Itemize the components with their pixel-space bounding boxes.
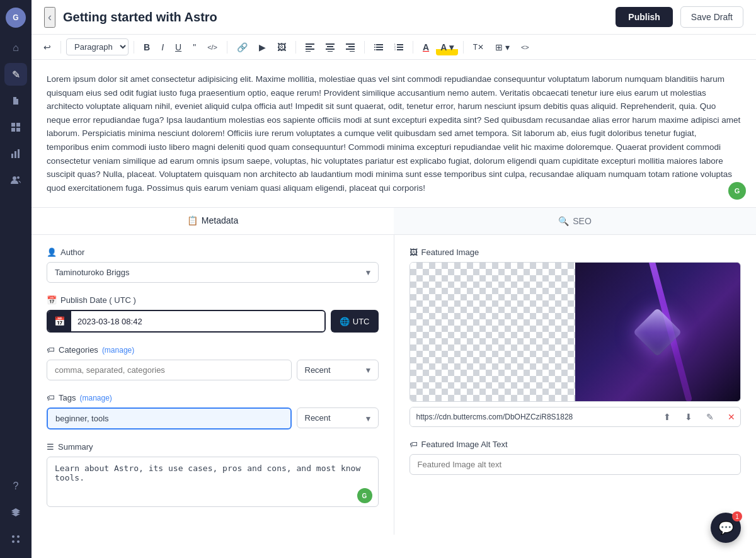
video-button[interactable]: ▶ bbox=[255, 39, 270, 55]
author-select[interactable]: Taminoturoko Briggs bbox=[47, 262, 379, 283]
svg-point-12 bbox=[17, 540, 20, 543]
alt-text-input[interactable] bbox=[410, 454, 742, 475]
divider-3 bbox=[227, 41, 227, 54]
utc-button[interactable]: 🌐 UTC bbox=[331, 310, 379, 333]
chat-button[interactable]: 💬 1 bbox=[711, 513, 741, 543]
svg-rect-1 bbox=[16, 123, 20, 127]
divider-5 bbox=[364, 41, 365, 54]
tab-seo[interactable]: 🔍 SEO bbox=[394, 208, 756, 234]
avatar[interactable]: G bbox=[6, 8, 26, 28]
summary-wrapper: Learn about Astro, its use cases, pros a… bbox=[47, 457, 379, 510]
svg-rect-24 bbox=[350, 51, 355, 52]
back-button[interactable]: ‹ bbox=[44, 7, 55, 28]
save-draft-button[interactable]: Save Draft bbox=[680, 6, 743, 28]
clear-format-button[interactable]: T✕ bbox=[469, 40, 488, 55]
date-input[interactable] bbox=[71, 312, 324, 331]
summary-textarea[interactable]: Learn about Astro, its use cases, pros a… bbox=[47, 457, 379, 507]
image-button[interactable]: 🖼 bbox=[273, 39, 290, 55]
categories-field-group: 🏷 Categories (manage) Recent ▼ bbox=[47, 345, 379, 380]
categories-manage-link[interactable]: (manage) bbox=[102, 346, 134, 355]
sidebar-item-help[interactable]: ? bbox=[4, 475, 27, 498]
featured-image-url-input[interactable] bbox=[410, 407, 655, 426]
publish-date-field-group: 📅 Publish Date ( UTC ) 📅 🌐 UTC bbox=[47, 295, 379, 333]
featured-image-delete-button[interactable]: ✕ bbox=[723, 408, 740, 426]
sidebar-item-chart[interactable] bbox=[4, 142, 27, 165]
featured-image-edit-button[interactable]: ✎ bbox=[701, 408, 719, 426]
metadata-tab-icon: 📋 bbox=[187, 215, 198, 225]
metadata-right: 🖼 Featured Image bbox=[394, 235, 757, 535]
svg-rect-0 bbox=[11, 123, 15, 127]
source-button[interactable]: <> bbox=[517, 40, 534, 54]
publish-button[interactable]: Publish bbox=[616, 7, 673, 27]
editor-toolbar: ↩ Paragraph Heading 1 Heading 2 B I U " … bbox=[32, 35, 756, 60]
divider-7 bbox=[463, 41, 464, 54]
divider-6 bbox=[413, 41, 413, 54]
featured-image-field-group: 🖼 Featured Image bbox=[410, 248, 742, 427]
featured-image-bg bbox=[410, 263, 741, 401]
categories-icon: 🏷 bbox=[47, 345, 55, 355]
svg-rect-2 bbox=[11, 128, 15, 132]
main-content: ‹ Getting started with Astro Publish Sav… bbox=[32, 0, 756, 558]
categories-select[interactable]: Recent bbox=[297, 360, 379, 380]
author-label: 👤 Author bbox=[47, 248, 379, 257]
tags-select[interactable]: Recent bbox=[297, 407, 379, 428]
align-left-button[interactable] bbox=[301, 40, 319, 55]
seo-tab-icon: 🔍 bbox=[558, 216, 569, 226]
featured-image-upload-button[interactable]: ⬆ bbox=[658, 408, 676, 426]
summary-icon: ☰ bbox=[47, 442, 54, 452]
sidebar-item-users[interactable] bbox=[4, 169, 27, 191]
paragraph-select[interactable]: Paragraph Heading 1 Heading 2 bbox=[66, 38, 129, 55]
metadata-tabs: 📋 Metadata 🔍 SEO bbox=[32, 208, 756, 235]
highlight-button[interactable]: A ▾ bbox=[436, 39, 457, 55]
sidebar-item-edit[interactable]: ✎ bbox=[4, 63, 27, 86]
tab-metadata[interactable]: 📋 Metadata bbox=[32, 208, 394, 234]
sidebar-item-grid[interactable] bbox=[4, 116, 27, 139]
calendar-button[interactable]: 📅 bbox=[48, 311, 71, 331]
publish-date-label: 📅 Publish Date ( UTC ) bbox=[47, 295, 379, 305]
editor-area[interactable]: Lorem ipsum dolor sit amet consectetur a… bbox=[32, 60, 756, 208]
align-center-button[interactable] bbox=[321, 40, 339, 55]
underline-button[interactable]: U bbox=[171, 39, 186, 55]
svg-rect-17 bbox=[326, 43, 335, 45]
featured-image-label: 🖼 Featured Image bbox=[410, 248, 742, 257]
categories-input[interactable] bbox=[47, 360, 292, 380]
alt-text-label: 🏷 Featured Image Alt Text bbox=[410, 440, 742, 449]
categories-label: 🏷 Categories (manage) bbox=[47, 345, 379, 355]
align-right-button[interactable] bbox=[341, 40, 359, 55]
svg-rect-15 bbox=[306, 48, 314, 50]
sidebar-item-home[interactable]: ⌂ bbox=[4, 37, 27, 59]
sidebar-item-file[interactable] bbox=[4, 89, 27, 112]
font-color-button[interactable]: A bbox=[418, 39, 433, 55]
author-icon: 👤 bbox=[47, 248, 57, 257]
table-button[interactable]: ⊞ ▾ bbox=[491, 39, 514, 55]
svg-rect-28 bbox=[376, 47, 383, 48]
quote-button[interactable]: " bbox=[188, 39, 200, 55]
svg-point-7 bbox=[13, 176, 16, 180]
undo-button[interactable]: ↩ bbox=[39, 39, 55, 55]
summary-ai-button[interactable]: G bbox=[357, 488, 372, 503]
featured-image-download-button[interactable]: ⬇ bbox=[680, 408, 697, 426]
svg-point-25 bbox=[374, 44, 375, 45]
svg-text:3: 3 bbox=[394, 48, 396, 51]
number-list-button[interactable]: 123 bbox=[390, 40, 408, 54]
metadata-tab-label: Metadata bbox=[202, 215, 238, 225]
code-button[interactable]: </> bbox=[203, 40, 222, 54]
publish-date-icon: 📅 bbox=[47, 295, 57, 305]
tags-label: 🏷 Tags (manage) bbox=[47, 393, 379, 402]
metadata-panel: 📋 Metadata 🔍 SEO 👤 Author bbox=[32, 208, 756, 558]
metadata-content: 👤 Author Taminoturoko Briggs ▼ 📅 Publi bbox=[32, 235, 756, 535]
bullet-list-button[interactable] bbox=[370, 40, 387, 54]
italic-button[interactable]: I bbox=[157, 39, 168, 55]
divider-2 bbox=[134, 41, 134, 54]
bold-button[interactable]: B bbox=[139, 39, 154, 55]
svg-rect-13 bbox=[306, 43, 314, 45]
link-button[interactable]: 🔗 bbox=[232, 39, 252, 55]
tags-input[interactable] bbox=[47, 407, 292, 430]
sidebar-item-layers[interactable] bbox=[4, 501, 27, 524]
sidebar-item-apps[interactable] bbox=[4, 528, 27, 550]
svg-rect-5 bbox=[14, 151, 16, 158]
svg-rect-19 bbox=[326, 48, 335, 50]
svg-point-10 bbox=[17, 535, 20, 538]
tags-manage-link[interactable]: (manage) bbox=[79, 394, 112, 402]
tags-select-wrapper: Recent ▼ bbox=[297, 407, 379, 430]
